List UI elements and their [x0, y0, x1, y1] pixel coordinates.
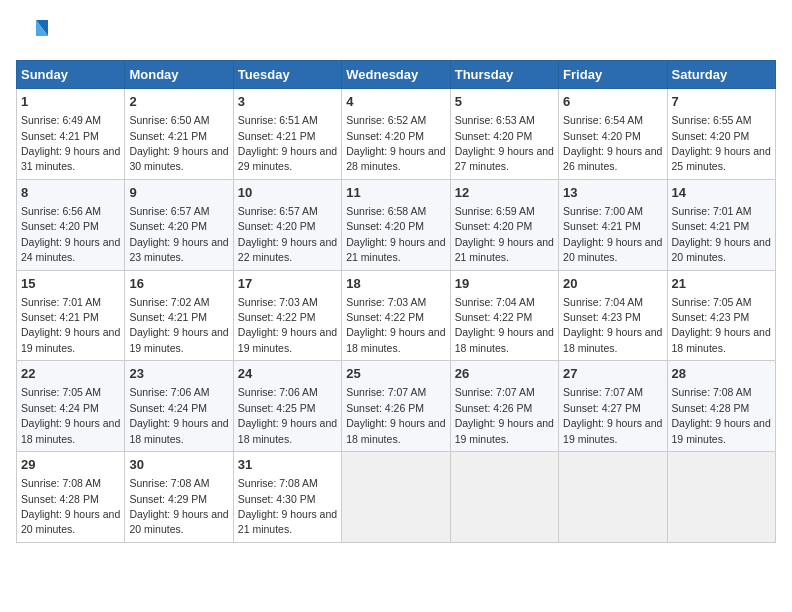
calendar-cell: 24 Sunrise: 7:06 AMSunset: 4:25 PMDaylig… — [233, 361, 341, 452]
day-info: Sunrise: 7:00 AMSunset: 4:21 PMDaylight:… — [563, 205, 662, 263]
day-number: 1 — [21, 93, 120, 111]
calendar-cell: 2 Sunrise: 6:50 AMSunset: 4:21 PMDayligh… — [125, 89, 233, 180]
calendar-cell: 21 Sunrise: 7:05 AMSunset: 4:23 PMDaylig… — [667, 270, 775, 361]
calendar-table: SundayMondayTuesdayWednesdayThursdayFrid… — [16, 60, 776, 543]
day-info: Sunrise: 7:04 AMSunset: 4:22 PMDaylight:… — [455, 296, 554, 354]
calendar-cell: 19 Sunrise: 7:04 AMSunset: 4:22 PMDaylig… — [450, 270, 558, 361]
day-header-friday: Friday — [559, 61, 667, 89]
week-row-2: 8 Sunrise: 6:56 AMSunset: 4:20 PMDayligh… — [17, 179, 776, 270]
calendar-cell: 13 Sunrise: 7:00 AMSunset: 4:21 PMDaylig… — [559, 179, 667, 270]
calendar-header-row: SundayMondayTuesdayWednesdayThursdayFrid… — [17, 61, 776, 89]
day-number: 16 — [129, 275, 228, 293]
week-row-4: 22 Sunrise: 7:05 AMSunset: 4:24 PMDaylig… — [17, 361, 776, 452]
day-number: 29 — [21, 456, 120, 474]
calendar-cell: 1 Sunrise: 6:49 AMSunset: 4:21 PMDayligh… — [17, 89, 125, 180]
calendar-cell — [667, 452, 775, 543]
calendar-cell: 25 Sunrise: 7:07 AMSunset: 4:26 PMDaylig… — [342, 361, 450, 452]
day-info: Sunrise: 6:50 AMSunset: 4:21 PMDaylight:… — [129, 114, 228, 172]
calendar-cell: 7 Sunrise: 6:55 AMSunset: 4:20 PMDayligh… — [667, 89, 775, 180]
day-number: 10 — [238, 184, 337, 202]
day-info: Sunrise: 6:54 AMSunset: 4:20 PMDaylight:… — [563, 114, 662, 172]
calendar-cell: 23 Sunrise: 7:06 AMSunset: 4:24 PMDaylig… — [125, 361, 233, 452]
calendar-cell: 15 Sunrise: 7:01 AMSunset: 4:21 PMDaylig… — [17, 270, 125, 361]
week-row-1: 1 Sunrise: 6:49 AMSunset: 4:21 PMDayligh… — [17, 89, 776, 180]
day-info: Sunrise: 6:52 AMSunset: 4:20 PMDaylight:… — [346, 114, 445, 172]
day-number: 4 — [346, 93, 445, 111]
day-info: Sunrise: 6:57 AMSunset: 4:20 PMDaylight:… — [129, 205, 228, 263]
calendar-cell: 4 Sunrise: 6:52 AMSunset: 4:20 PMDayligh… — [342, 89, 450, 180]
day-header-sunday: Sunday — [17, 61, 125, 89]
day-number: 24 — [238, 365, 337, 383]
day-info: Sunrise: 7:08 AMSunset: 4:30 PMDaylight:… — [238, 477, 337, 535]
calendar-cell: 18 Sunrise: 7:03 AMSunset: 4:22 PMDaylig… — [342, 270, 450, 361]
calendar-cell: 29 Sunrise: 7:08 AMSunset: 4:28 PMDaylig… — [17, 452, 125, 543]
day-header-saturday: Saturday — [667, 61, 775, 89]
day-info: Sunrise: 6:58 AMSunset: 4:20 PMDaylight:… — [346, 205, 445, 263]
day-number: 20 — [563, 275, 662, 293]
day-number: 8 — [21, 184, 120, 202]
calendar-cell: 17 Sunrise: 7:03 AMSunset: 4:22 PMDaylig… — [233, 270, 341, 361]
day-number: 15 — [21, 275, 120, 293]
day-info: Sunrise: 6:56 AMSunset: 4:20 PMDaylight:… — [21, 205, 120, 263]
day-info: Sunrise: 7:01 AMSunset: 4:21 PMDaylight:… — [21, 296, 120, 354]
day-number: 18 — [346, 275, 445, 293]
header — [16, 16, 776, 48]
calendar-cell: 22 Sunrise: 7:05 AMSunset: 4:24 PMDaylig… — [17, 361, 125, 452]
day-number: 13 — [563, 184, 662, 202]
week-row-5: 29 Sunrise: 7:08 AMSunset: 4:28 PMDaylig… — [17, 452, 776, 543]
day-number: 14 — [672, 184, 771, 202]
day-number: 17 — [238, 275, 337, 293]
day-number: 11 — [346, 184, 445, 202]
day-number: 28 — [672, 365, 771, 383]
calendar-cell: 14 Sunrise: 7:01 AMSunset: 4:21 PMDaylig… — [667, 179, 775, 270]
day-number: 26 — [455, 365, 554, 383]
logo — [16, 16, 52, 48]
day-number: 21 — [672, 275, 771, 293]
calendar-cell: 28 Sunrise: 7:08 AMSunset: 4:28 PMDaylig… — [667, 361, 775, 452]
day-number: 27 — [563, 365, 662, 383]
day-header-tuesday: Tuesday — [233, 61, 341, 89]
calendar-cell: 30 Sunrise: 7:08 AMSunset: 4:29 PMDaylig… — [125, 452, 233, 543]
calendar-cell: 9 Sunrise: 6:57 AMSunset: 4:20 PMDayligh… — [125, 179, 233, 270]
day-number: 2 — [129, 93, 228, 111]
week-row-3: 15 Sunrise: 7:01 AMSunset: 4:21 PMDaylig… — [17, 270, 776, 361]
day-number: 25 — [346, 365, 445, 383]
calendar-cell: 20 Sunrise: 7:04 AMSunset: 4:23 PMDaylig… — [559, 270, 667, 361]
day-number: 23 — [129, 365, 228, 383]
day-info: Sunrise: 7:07 AMSunset: 4:26 PMDaylight:… — [455, 386, 554, 444]
day-info: Sunrise: 7:08 AMSunset: 4:29 PMDaylight:… — [129, 477, 228, 535]
calendar-cell: 5 Sunrise: 6:53 AMSunset: 4:20 PMDayligh… — [450, 89, 558, 180]
day-info: Sunrise: 6:59 AMSunset: 4:20 PMDaylight:… — [455, 205, 554, 263]
day-info: Sunrise: 7:08 AMSunset: 4:28 PMDaylight:… — [21, 477, 120, 535]
calendar-cell: 8 Sunrise: 6:56 AMSunset: 4:20 PMDayligh… — [17, 179, 125, 270]
calendar-cell: 6 Sunrise: 6:54 AMSunset: 4:20 PMDayligh… — [559, 89, 667, 180]
day-number: 19 — [455, 275, 554, 293]
calendar-cell — [450, 452, 558, 543]
day-info: Sunrise: 7:03 AMSunset: 4:22 PMDaylight:… — [346, 296, 445, 354]
day-header-monday: Monday — [125, 61, 233, 89]
day-info: Sunrise: 6:57 AMSunset: 4:20 PMDaylight:… — [238, 205, 337, 263]
day-info: Sunrise: 6:51 AMSunset: 4:21 PMDaylight:… — [238, 114, 337, 172]
day-info: Sunrise: 6:49 AMSunset: 4:21 PMDaylight:… — [21, 114, 120, 172]
day-info: Sunrise: 7:05 AMSunset: 4:23 PMDaylight:… — [672, 296, 771, 354]
calendar-cell — [559, 452, 667, 543]
day-header-wednesday: Wednesday — [342, 61, 450, 89]
day-info: Sunrise: 6:55 AMSunset: 4:20 PMDaylight:… — [672, 114, 771, 172]
calendar-cell — [342, 452, 450, 543]
day-info: Sunrise: 6:53 AMSunset: 4:20 PMDaylight:… — [455, 114, 554, 172]
day-number: 3 — [238, 93, 337, 111]
day-info: Sunrise: 7:07 AMSunset: 4:26 PMDaylight:… — [346, 386, 445, 444]
day-info: Sunrise: 7:06 AMSunset: 4:24 PMDaylight:… — [129, 386, 228, 444]
day-number: 7 — [672, 93, 771, 111]
day-header-thursday: Thursday — [450, 61, 558, 89]
calendar-cell: 11 Sunrise: 6:58 AMSunset: 4:20 PMDaylig… — [342, 179, 450, 270]
day-number: 31 — [238, 456, 337, 474]
calendar-cell: 12 Sunrise: 6:59 AMSunset: 4:20 PMDaylig… — [450, 179, 558, 270]
day-info: Sunrise: 7:04 AMSunset: 4:23 PMDaylight:… — [563, 296, 662, 354]
day-info: Sunrise: 7:07 AMSunset: 4:27 PMDaylight:… — [563, 386, 662, 444]
day-info: Sunrise: 7:05 AMSunset: 4:24 PMDaylight:… — [21, 386, 120, 444]
day-info: Sunrise: 7:03 AMSunset: 4:22 PMDaylight:… — [238, 296, 337, 354]
calendar-cell: 27 Sunrise: 7:07 AMSunset: 4:27 PMDaylig… — [559, 361, 667, 452]
day-info: Sunrise: 7:06 AMSunset: 4:25 PMDaylight:… — [238, 386, 337, 444]
calendar-cell: 16 Sunrise: 7:02 AMSunset: 4:21 PMDaylig… — [125, 270, 233, 361]
